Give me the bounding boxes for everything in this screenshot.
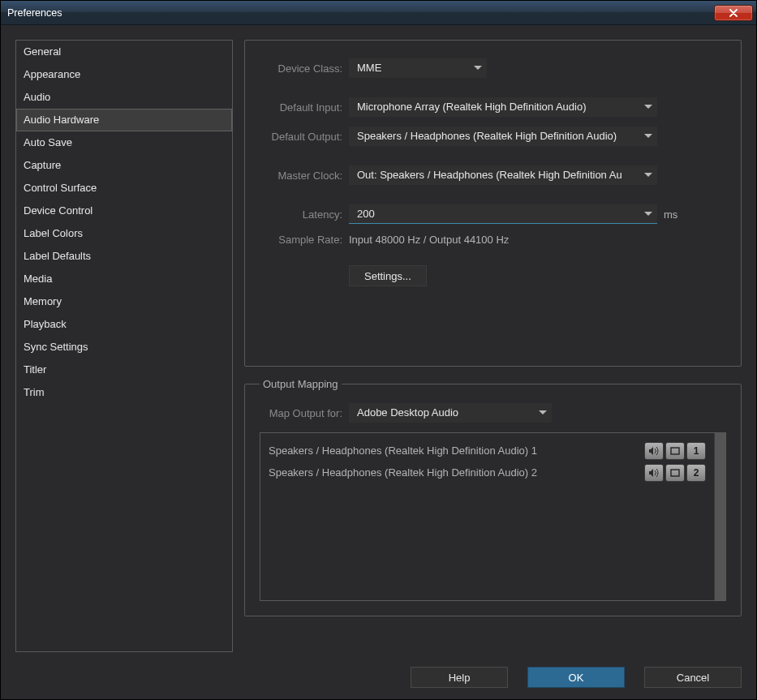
sample-rate-label: Sample Rate:: [260, 234, 349, 246]
window-title: Preferences: [1, 7, 62, 19]
sidebar-item-label: Audio Hardware: [24, 114, 99, 126]
default-output-dropdown[interactable]: Speakers / Headphones (Realtek High Defi…: [349, 127, 657, 146]
master-clock-label: Master Clock:: [260, 170, 349, 182]
channel-number-button[interactable]: 2: [686, 464, 706, 482]
sidebar-item-label: Auto Save: [24, 136, 72, 148]
button-label: Settings...: [364, 270, 411, 282]
speaker-icon: [648, 446, 660, 456]
button-label: OK: [569, 672, 584, 684]
sidebar-item-appearance[interactable]: Appearance: [16, 63, 232, 86]
route-button[interactable]: [665, 464, 685, 482]
sidebar-item-label: General: [24, 45, 61, 58]
sidebar-item-audio-hardware[interactable]: Audio Hardware: [16, 109, 232, 131]
chevron-down-icon: [539, 410, 547, 414]
category-sidebar: General Appearance Audio Audio Hardware …: [15, 40, 233, 652]
device-class-label: Device Class:: [260, 62, 349, 75]
output-mapping-items: Speakers / Headphones (Realtek High Defi…: [260, 433, 714, 600]
sidebar-item-memory[interactable]: Memory: [16, 290, 232, 313]
channel-number: 1: [694, 445, 699, 457]
output-mapping-group: Output Mapping Map Output for: Adobe Des…: [244, 378, 742, 616]
output-channel-label: Speakers / Headphones (Realtek High Defi…: [269, 466, 537, 479]
sidebar-item-label: Label Colors: [24, 227, 83, 239]
help-button[interactable]: Help: [411, 667, 508, 688]
dropdown-text: Microphone Array (Realtek High Definitio…: [357, 101, 639, 113]
button-label: Help: [449, 672, 471, 684]
sidebar-item-label: Media: [24, 273, 52, 285]
speaker-button[interactable]: [644, 464, 664, 482]
chevron-down-icon: [644, 212, 652, 216]
titlebar: Preferences: [1, 1, 756, 25]
output-row-buttons: 2: [644, 464, 706, 482]
cancel-button[interactable]: Cancel: [644, 667, 742, 688]
sidebar-item-label: Label Defaults: [24, 250, 91, 262]
route-icon: [669, 446, 681, 456]
sidebar-item-general[interactable]: General: [16, 41, 232, 63]
sidebar-item-trim[interactable]: Trim: [16, 381, 232, 404]
preferences-window: Preferences General Appearance Audio Aud…: [0, 0, 757, 700]
dialog-body: General Appearance Audio Audio Hardware …: [1, 25, 756, 699]
sidebar-item-label: Playback: [24, 318, 67, 330]
sidebar-item-control-surface[interactable]: Control Surface: [16, 177, 232, 200]
channel-number: 2: [694, 467, 699, 479]
svg-rect-1: [671, 470, 679, 476]
sidebar-item-audio[interactable]: Audio: [16, 86, 232, 109]
speaker-button[interactable]: [644, 442, 664, 460]
sidebar-item-label: Trim: [24, 386, 45, 398]
latency-dropdown[interactable]: 200: [349, 204, 657, 224]
dropdown-text: MME: [357, 62, 469, 74]
sidebar-item-media[interactable]: Media: [16, 268, 232, 290]
default-input-label: Default Input:: [260, 101, 349, 114]
sidebar-item-label: Memory: [24, 295, 62, 307]
chevron-down-icon: [644, 105, 652, 109]
output-row-buttons: 1: [644, 442, 706, 460]
output-row: Speakers / Headphones (Realtek High Defi…: [269, 440, 706, 462]
settings-button[interactable]: Settings...: [349, 265, 427, 286]
dropdown-text: Out: Speakers / Headphones (Realtek High…: [357, 169, 639, 181]
output-mapping-legend: Output Mapping: [260, 378, 342, 390]
sidebar-item-label-defaults[interactable]: Label Defaults: [16, 245, 232, 268]
chevron-down-icon: [644, 134, 652, 138]
dropdown-text: Speakers / Headphones (Realtek High Defi…: [357, 130, 639, 142]
button-label: Cancel: [677, 672, 709, 684]
output-channel-label: Speakers / Headphones (Realtek High Defi…: [269, 444, 537, 457]
chevron-down-icon: [474, 66, 482, 70]
sidebar-item-device-control[interactable]: Device Control: [16, 200, 232, 222]
dropdown-text: Adobe Desktop Audio: [357, 406, 534, 419]
master-clock-dropdown[interactable]: Out: Speakers / Headphones (Realtek High…: [349, 165, 657, 185]
latency-unit: ms: [664, 208, 677, 221]
close-button[interactable]: [714, 5, 753, 21]
device-class-dropdown[interactable]: MME: [349, 58, 487, 78]
dialog-footer: Help OK Cancel: [15, 652, 742, 688]
sidebar-item-label: Sync Settings: [24, 341, 88, 353]
sidebar-item-titler[interactable]: Titler: [16, 359, 232, 381]
chevron-down-icon: [644, 173, 652, 177]
default-input-dropdown[interactable]: Microphone Array (Realtek High Definitio…: [349, 97, 657, 117]
map-output-for-dropdown[interactable]: Adobe Desktop Audio: [349, 403, 552, 423]
sidebar-item-label: Control Surface: [24, 182, 97, 194]
sidebar-item-label: Titler: [24, 363, 46, 376]
sidebar-item-capture[interactable]: Capture: [16, 154, 232, 177]
sample-rate-value: Input 48000 Hz / Output 44100 Hz: [349, 234, 509, 246]
route-button[interactable]: [665, 442, 685, 460]
audio-hardware-group: Device Class: MME Default Input:: [244, 40, 742, 367]
output-list-scrollbar[interactable]: [714, 433, 725, 600]
sidebar-item-label: Appearance: [24, 68, 80, 80]
close-icon: [729, 9, 738, 17]
channel-number-button[interactable]: 1: [686, 442, 706, 460]
ok-button[interactable]: OK: [527, 667, 625, 688]
route-icon: [669, 468, 681, 478]
sidebar-item-sync-settings[interactable]: Sync Settings: [16, 336, 232, 359]
sidebar-item-label: Capture: [24, 159, 61, 171]
map-output-for-label: Map Output for:: [260, 407, 349, 419]
dropdown-text: 200: [357, 208, 639, 220]
speaker-icon: [648, 468, 660, 478]
sidebar-item-label-colors[interactable]: Label Colors: [16, 222, 232, 245]
sidebar-item-label: Audio: [24, 91, 50, 103]
sidebar-item-auto-save[interactable]: Auto Save: [16, 131, 232, 154]
default-output-label: Default Output:: [260, 131, 349, 143]
content-area: Device Class: MME Default Input:: [244, 40, 742, 652]
sidebar-item-playback[interactable]: Playback: [16, 313, 232, 336]
output-mapping-list: Speakers / Headphones (Realtek High Defi…: [260, 432, 726, 601]
svg-rect-0: [671, 448, 679, 454]
main-area: General Appearance Audio Audio Hardware …: [15, 40, 742, 652]
